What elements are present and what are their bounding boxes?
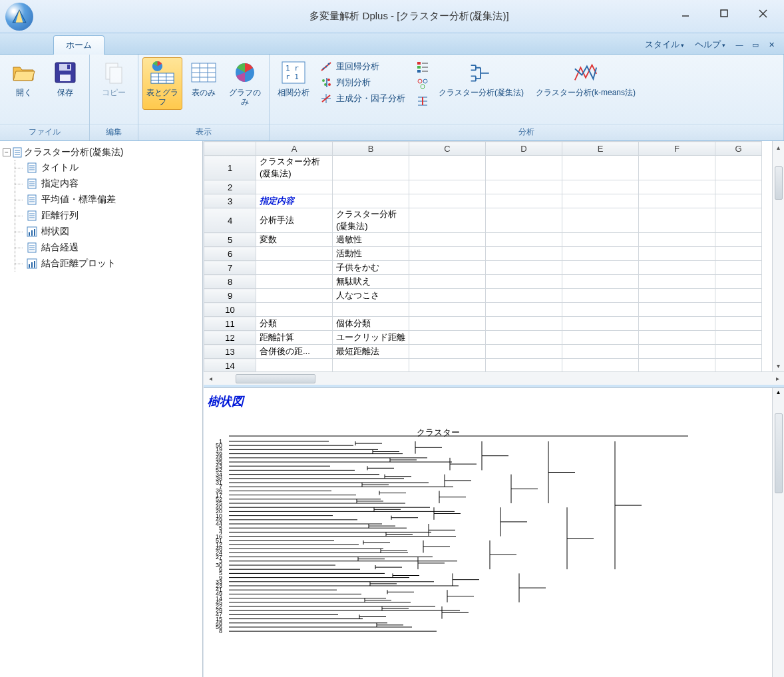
cell[interactable] bbox=[256, 261, 333, 275]
analysis-misc-icon-1[interactable] bbox=[416, 60, 431, 75]
cell[interactable] bbox=[486, 275, 562, 289]
cell[interactable] bbox=[639, 261, 715, 275]
cell[interactable] bbox=[256, 303, 333, 317]
scroll-up-icon[interactable]: ▴ bbox=[773, 141, 784, 153]
cell[interactable] bbox=[639, 303, 715, 317]
cell[interactable]: 人なつこさ bbox=[333, 289, 409, 303]
cell[interactable] bbox=[639, 359, 715, 372]
cell[interactable] bbox=[715, 317, 762, 331]
cell[interactable] bbox=[715, 208, 762, 233]
open-button[interactable]: 開く bbox=[4, 57, 44, 100]
col-header[interactable]: A bbox=[256, 142, 333, 156]
cell[interactable] bbox=[486, 208, 562, 233]
col-header[interactable]: G bbox=[715, 142, 762, 156]
tree-root[interactable]: − クラスター分析(凝集法) bbox=[3, 145, 200, 160]
cell[interactable] bbox=[256, 289, 333, 303]
mdi-minimize-button[interactable]: ― bbox=[733, 39, 745, 50]
cell[interactable] bbox=[562, 156, 639, 180]
cell[interactable] bbox=[486, 289, 562, 303]
cell[interactable] bbox=[562, 180, 639, 194]
cell[interactable] bbox=[333, 180, 409, 194]
cell[interactable]: クラスター分析(凝集法) bbox=[256, 156, 333, 180]
cell[interactable] bbox=[409, 156, 486, 180]
tree-item[interactable]: 平均値・標準偏差 bbox=[15, 192, 200, 208]
save-button[interactable]: 保存 bbox=[45, 57, 85, 100]
cell[interactable] bbox=[486, 156, 562, 180]
scroll-up-icon[interactable]: ▴ bbox=[773, 388, 784, 400]
discriminant-button[interactable]: 判別分析 bbox=[315, 75, 411, 91]
cell[interactable] bbox=[715, 359, 762, 372]
cell[interactable] bbox=[639, 233, 715, 247]
cell[interactable] bbox=[562, 233, 639, 247]
close-button[interactable] bbox=[751, 4, 775, 23]
cell[interactable] bbox=[409, 345, 486, 359]
dendro-vscrollbar[interactable]: ▴ bbox=[772, 388, 784, 677]
view-table-graph-button[interactable]: 表とグラフ bbox=[142, 57, 182, 110]
cell[interactable] bbox=[486, 233, 562, 247]
cell[interactable] bbox=[486, 247, 562, 261]
cell[interactable] bbox=[486, 303, 562, 317]
cell[interactable] bbox=[333, 194, 409, 208]
cell[interactable] bbox=[486, 317, 562, 331]
cell[interactable]: 分析手法 bbox=[256, 208, 333, 233]
row-header[interactable]: 7 bbox=[204, 261, 256, 275]
cell[interactable] bbox=[562, 208, 639, 233]
cell[interactable] bbox=[333, 359, 409, 372]
cell[interactable] bbox=[639, 208, 715, 233]
row-header[interactable]: 13 bbox=[204, 345, 256, 359]
cell[interactable] bbox=[715, 303, 762, 317]
correlation-button[interactable]: 1 rr 1 相関分析 bbox=[274, 57, 313, 100]
tree-expander[interactable]: − bbox=[3, 148, 11, 156]
col-header[interactable]: B bbox=[333, 142, 409, 156]
sheet-hscrollbar[interactable]: ◂ ▸ bbox=[204, 371, 784, 385]
cluster-kmeans-button[interactable]: クラスター分析(k-means法) bbox=[529, 57, 642, 100]
sheet-vscrollbar[interactable]: ▴ ▾ bbox=[772, 141, 784, 371]
cell[interactable] bbox=[715, 275, 762, 289]
row-header[interactable]: 14 bbox=[204, 359, 256, 372]
row-header[interactable]: 11 bbox=[204, 317, 256, 331]
cell[interactable] bbox=[486, 331, 562, 345]
row-header[interactable]: 10 bbox=[204, 303, 256, 317]
cell[interactable]: 個体分類 bbox=[333, 317, 409, 331]
cell[interactable] bbox=[639, 156, 715, 180]
row-header[interactable]: 2 bbox=[204, 180, 256, 194]
row-header[interactable]: 9 bbox=[204, 289, 256, 303]
row-header[interactable]: 6 bbox=[204, 247, 256, 261]
cell[interactable] bbox=[639, 194, 715, 208]
row-header[interactable]: 4 bbox=[204, 208, 256, 233]
cell[interactable] bbox=[715, 261, 762, 275]
scroll-thumb[interactable] bbox=[775, 166, 783, 200]
tree-item[interactable]: 距離行列 bbox=[15, 208, 200, 224]
app-logo-icon[interactable] bbox=[5, 3, 33, 31]
cell[interactable] bbox=[562, 359, 639, 372]
cell[interactable] bbox=[409, 233, 486, 247]
cell[interactable] bbox=[715, 331, 762, 345]
cell[interactable]: 変数 bbox=[256, 233, 333, 247]
pca-factor-button[interactable]: 主成分・因子分析 bbox=[315, 91, 411, 107]
row-header[interactable]: 3 bbox=[204, 194, 256, 208]
cell[interactable] bbox=[562, 289, 639, 303]
cell[interactable] bbox=[409, 359, 486, 372]
cell[interactable] bbox=[639, 289, 715, 303]
cell[interactable] bbox=[639, 317, 715, 331]
cell[interactable] bbox=[333, 303, 409, 317]
cell[interactable] bbox=[639, 275, 715, 289]
cell[interactable]: 最短距離法 bbox=[333, 345, 409, 359]
cell[interactable] bbox=[562, 247, 639, 261]
cell[interactable] bbox=[333, 156, 409, 180]
cell[interactable]: ユークリッド距離 bbox=[333, 331, 409, 345]
cell[interactable] bbox=[715, 247, 762, 261]
mdi-close-button[interactable]: ✕ bbox=[765, 39, 777, 50]
cell[interactable] bbox=[486, 345, 562, 359]
cell[interactable] bbox=[409, 247, 486, 261]
cell[interactable] bbox=[715, 289, 762, 303]
analysis-misc-icon-3[interactable] bbox=[416, 95, 431, 109]
cell[interactable]: 合併後の距... bbox=[256, 345, 333, 359]
col-header[interactable]: F bbox=[639, 142, 715, 156]
menu-help[interactable]: ヘルプ▾ bbox=[691, 37, 729, 52]
cell[interactable]: 指定内容 bbox=[256, 194, 333, 208]
tab-home[interactable]: ホーム bbox=[53, 35, 104, 55]
mdi-restore-button[interactable]: ▭ bbox=[749, 39, 761, 50]
cell[interactable] bbox=[715, 194, 762, 208]
cell[interactable]: 分類 bbox=[256, 317, 333, 331]
